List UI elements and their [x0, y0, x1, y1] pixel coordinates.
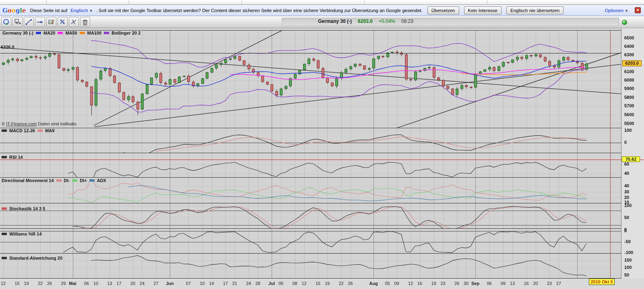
browser-chrome-strip: [0, 0, 644, 5]
edit-indicators-icon[interactable]: [46, 17, 56, 27]
google-translate-bar: Google Diese Seite ist auf Englisch▼ . S…: [0, 5, 644, 16]
trash-icon[interactable]: [80, 17, 90, 27]
tab-separator: [46, 0, 47, 4]
chart-area: Germany 30 (-) MA20 MA50 MA100 Bollinger…: [0, 28, 644, 289]
tab-separator: [242, 0, 242, 4]
flatten-fla-icon[interactable]: FLA: [12, 17, 23, 27]
translate-button[interactable]: Übersetzen: [427, 6, 459, 14]
horizontal-line-tool-icon[interactable]: [35, 17, 45, 27]
connection-status-dot: [622, 20, 627, 25]
price-chart-canvas[interactable]: [0, 28, 644, 289]
refresh-chart-icon[interactable]: [1, 17, 11, 27]
tab-separator: [487, 0, 487, 4]
close-icon[interactable]: ✕: [635, 7, 641, 13]
move-zoom-icon[interactable]: [58, 17, 68, 27]
chevron-down-icon: ▼: [625, 9, 628, 13]
instrument-name: Germany 30 (-): [318, 18, 352, 24]
translate-text-before: Diese Seite ist auf: [30, 8, 68, 13]
erase-line-icon[interactable]: [69, 17, 79, 27]
translate-text-after: . Soll sie mit der Google Toolbar überse…: [96, 8, 423, 13]
svg-text:FLA: FLA: [16, 22, 21, 25]
toolbar-options-link[interactable]: Optionen▼: [605, 8, 628, 13]
instrument-title: Germany 30 (-) 6203.0 +0.04% 08:23: [318, 18, 413, 24]
trendline-tool-icon[interactable]: [24, 17, 34, 27]
quote-time: 08:23: [401, 18, 413, 24]
instrument-price: 6203.0: [358, 18, 373, 24]
no-interest-button[interactable]: Kein Interesse: [464, 6, 502, 14]
trading-platform-window: Google Diese Seite ist auf Englisch▼ . S…: [0, 0, 644, 289]
tab-separator: [129, 0, 129, 4]
tab-separator: [364, 0, 365, 4]
language-dropdown[interactable]: Englisch▼: [70, 8, 93, 13]
instrument-change: +0.04%: [379, 18, 395, 24]
never-translate-button[interactable]: Englisch nie übersetzen: [506, 6, 564, 14]
google-logo: Google: [2, 7, 26, 14]
chart-toolbar: FLA Germany 30 (-) 6203.0 +0.04% 08:23: [0, 16, 644, 28]
chevron-down-icon: ▼: [89, 9, 93, 13]
